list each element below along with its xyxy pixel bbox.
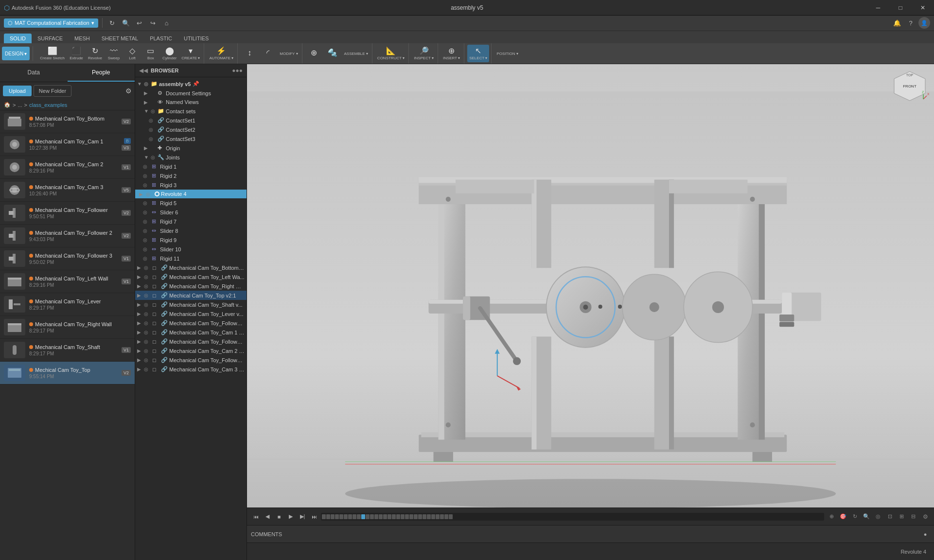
browser-menu-btn[interactable]: ●●● — [232, 67, 243, 74]
nav-cube[interactable]: FRONT TOP X Z — [890, 69, 929, 108]
list-item[interactable]: Mechanical Cam Toy_Right Wall 8:29:17 PM — [0, 316, 135, 339]
redo-btn[interactable]: ↪ — [147, 17, 159, 29]
tree-item[interactable]: ◎ 🔗 ContactSet1 — [135, 116, 247, 125]
maximize-button[interactable]: □ — [889, 0, 912, 16]
tree-item[interactable]: ◎ 🔗 ContactSet2 — [135, 125, 247, 134]
comments-menu-btn[interactable]: ● — [920, 529, 930, 539]
browser-collapse-btn[interactable]: ◀◀ — [139, 67, 148, 74]
tree-item-cam3[interactable]: ▶ ◎ □ 🔗 Mechanical Cam Toy_Cam 3 v... — [135, 365, 247, 374]
new-folder-button[interactable]: New Folder — [34, 85, 71, 97]
tab-data[interactable]: Data — [0, 64, 68, 82]
home-btn[interactable]: ⌂ — [161, 17, 173, 29]
viewport[interactable]: FRONT TOP X Z COMMENTS ● ⏮ ◀ ■ ▶ ▶| ⏭ — [247, 64, 934, 560]
tree-item-rigid2[interactable]: ◎ ⊞ Rigid 2 — [135, 171, 247, 180]
tree-item-cam1[interactable]: ▶ ◎ □ 🔗 Mechanical Cam Toy_Cam 1 v... — [135, 328, 247, 337]
tl-settings-btn[interactable]: ⚙ — [920, 512, 930, 522]
vp-icon-btn-8[interactable]: ⊟ — [908, 511, 918, 522]
timeline-stop-btn[interactable]: ■ — [274, 512, 284, 522]
list-item[interactable]: Mechanical Cam Toy_Follower 2 9:43:03 PM… — [0, 225, 135, 247]
tree-item-joints[interactable]: ▼ ◎ 🔧 Joints — [135, 153, 247, 162]
breadcrumb-folder[interactable]: class_examples — [29, 102, 67, 108]
close-button[interactable]: ✕ — [912, 0, 934, 16]
tree-item-lever[interactable]: ▶ ◎ □ 🔗 Mechanical Cam Toy_Lever v... — [135, 309, 247, 318]
tab-surface[interactable]: SURFACE — [32, 34, 69, 43]
list-item[interactable]: Mechanical Cam Toy_Lever 8:29:17 PM — [0, 293, 135, 316]
automate-btn[interactable]: ⚡ AUTOMATE ▾ — [207, 45, 235, 62]
vp-icon-btn-1[interactable]: ⊕ — [826, 511, 837, 522]
vp-icon-btn-3[interactable]: ↻ — [849, 511, 860, 522]
create-sketch-btn[interactable]: ⬜ Create Sketch — [38, 45, 67, 62]
sweep-btn[interactable]: 〰 Sweep — [105, 45, 123, 62]
tab-solid[interactable]: SOLID — [4, 34, 32, 43]
list-item[interactable]: Mechanical Cam Toy_Shaft 8:29:17 PM V1 — [0, 339, 135, 362]
breadcrumb-dots[interactable]: ... — [18, 102, 22, 108]
vp-icon-btn-6[interactable]: ⊡ — [884, 511, 895, 522]
notification-btn[interactable]: 🔔 — [891, 17, 903, 29]
design-dropdown[interactable]: DESIGN ▾ — [2, 47, 30, 60]
new-component-btn[interactable]: ⊕ — [305, 45, 323, 62]
list-item[interactable]: Mechanical Cam Toy_Follower 9:50:51 PM V… — [0, 202, 135, 225]
list-item[interactable]: Mechical Cam Toy_Top 9:55:14 PM V2 — [0, 362, 135, 385]
tree-item-bottom[interactable]: ▶ ◎ □ 🔗 Mechanical Cam Toy_Bottom v... — [135, 263, 247, 272]
vp-icon-btn-4[interactable]: 🔍 — [861, 511, 872, 522]
assemble-more-btn[interactable]: ASSEMBLE ▾ — [342, 45, 370, 62]
search-btn[interactable]: 🔍 — [120, 17, 132, 29]
workspace-dropdown[interactable]: ⬡ MAT Computational Fabrication ▾ — [4, 18, 98, 28]
timeline-next-btn[interactable]: ▶| — [298, 512, 307, 522]
tree-item-slider8[interactable]: ◎ ⇔ Slider 8 — [135, 226, 247, 235]
tree-item-top[interactable]: ▶ ◎ □ 🔗 Mechical Cam Toy_Top v2:1 — [135, 291, 247, 300]
tree-item-slider6[interactable]: ◎ ⇔ Slider 6 — [135, 208, 247, 217]
timeline-last-btn[interactable]: ⏭ — [309, 512, 319, 522]
minimize-button[interactable]: ─ — [867, 0, 889, 16]
tree-item-rigid1[interactable]: ◎ ⊞ Rigid 1 — [135, 162, 247, 171]
tree-item-contact-sets[interactable]: ▼ ◎ 📁 Contact sets — [135, 106, 247, 116]
position-btn[interactable]: POSITION ▾ — [494, 45, 520, 62]
tab-plastic[interactable]: PLASTIC — [144, 34, 178, 43]
tab-sheet-metal[interactable]: SHEET METAL — [96, 34, 144, 43]
tree-item-follower3[interactable]: ▶ ◎ □ 🔗 Mechanical Cam Toy_Followe... — [135, 355, 247, 365]
tab-people[interactable]: People — [68, 64, 135, 82]
timeline-track[interactable] — [321, 513, 824, 521]
create-more-btn[interactable]: ▾ CREATE ▾ — [179, 45, 202, 62]
vp-icon-btn-5[interactable]: ◎ — [873, 511, 883, 522]
lp-settings-button[interactable]: ⚙ — [125, 87, 132, 95]
help-btn[interactable]: ? — [905, 17, 916, 29]
tree-root-item[interactable]: ▼ ◎ 📁 assembly v5 📌 — [135, 79, 247, 88]
tree-item-rigid3[interactable]: ◎ ⊞ Rigid 3 — [135, 180, 247, 190]
press-pull-btn[interactable]: ↕ — [241, 45, 258, 62]
tree-item-slider10[interactable]: ◎ ⇔ Slider 10 — [135, 245, 247, 254]
box-btn[interactable]: ▭ Box — [142, 45, 159, 62]
list-item[interactable]: Mechanical Cam Toy_Cam 3 10:26:40 PM V5 — [0, 179, 135, 202]
timeline-prev-btn[interactable]: ◀ — [263, 512, 272, 522]
undo-btn[interactable]: ↩ — [134, 17, 145, 29]
tree-item[interactable]: ◎ 🔗 ContactSet3 — [135, 134, 247, 143]
tree-item-named-views[interactable]: ▶ 👁 Named Views — [135, 98, 247, 106]
tree-item-rigid11[interactable]: ◎ ⊞ Rigid 11 — [135, 254, 247, 263]
fillet-btn[interactable]: ◜ — [259, 45, 277, 62]
tree-item-revolute4[interactable]: ▶ ◎ Revolute 4 — [135, 190, 247, 198]
list-item[interactable]: Mechanical Cam Toy_Cam 1 10:27:38 PM B V… — [0, 133, 135, 156]
vp-icon-btn-7[interactable]: ⊞ — [896, 511, 907, 522]
cylinder-btn[interactable]: ⬤ Cylinder — [160, 45, 178, 62]
list-item[interactable]: Mechanical Cam Toy_Bottom 8:57:08 PM V2 — [0, 110, 135, 133]
tree-item-shaft[interactable]: ▶ ◎ □ 🔗 Mechanical Cam Toy_Shaft v... — [135, 300, 247, 309]
list-item[interactable]: Mechanical Cam Toy_Follower 3 9:50:02 PM… — [0, 247, 135, 270]
extrude-btn[interactable]: ⬛ Extrude — [68, 45, 85, 62]
tree-item-follower2[interactable]: ▶ ◎ □ 🔗 Mechanical Cam Toy_Followe... — [135, 337, 247, 346]
loft-btn[interactable]: ◇ Loft — [123, 45, 141, 62]
timeline-play-btn[interactable]: ▶ — [286, 512, 296, 522]
tree-item-rigid9[interactable]: ◎ ⊞ Rigid 9 — [135, 235, 247, 245]
vp-icon-btn-2[interactable]: 🎯 — [838, 511, 848, 522]
select-btn[interactable]: ↖ SELECT ▾ — [467, 45, 489, 62]
timeline-first-btn[interactable]: ⏮ — [251, 512, 261, 522]
tree-item-rigid7[interactable]: ◎ ⊞ Rigid 7 — [135, 217, 247, 226]
list-item[interactable]: Mechanical Cam Toy_Left Wall 8:29:16 PM … — [0, 270, 135, 293]
tree-item[interactable]: ▶ ⚙ Document Settings — [135, 88, 247, 98]
tab-mesh[interactable]: MESH — [69, 34, 96, 43]
inspect-btn[interactable]: 🔎 INSPECT ▾ — [412, 45, 436, 62]
tab-utilities[interactable]: UTILITIES — [178, 34, 214, 43]
tree-item-rigid5[interactable]: ◎ ⊞ Rigid 5 — [135, 198, 247, 208]
revolve-btn[interactable]: ↻ Revolve — [86, 45, 104, 62]
upload-button[interactable]: Upload — [3, 86, 32, 96]
tree-item-right-wall[interactable]: ▶ ◎ □ 🔗 Mechanical Cam Toy_Right W... — [135, 281, 247, 291]
